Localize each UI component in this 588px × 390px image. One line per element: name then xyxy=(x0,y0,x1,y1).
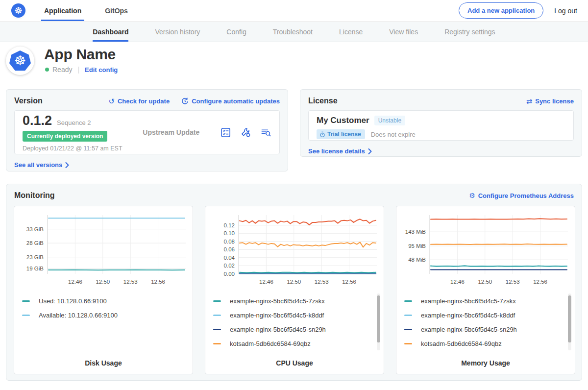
current-version-card: 0.1.2 Sequence 2 Currently deployed vers… xyxy=(14,110,280,154)
edit-config-link[interactable]: Edit config xyxy=(85,66,118,73)
config-wrench-icon[interactable] xyxy=(240,127,251,138)
subnav-config[interactable]: Config xyxy=(226,22,246,42)
legend-scrollbar[interactable] xyxy=(568,293,571,350)
license-expiry: Does not expire xyxy=(371,131,416,138)
sync-license-link[interactable]: ⇄ Sync license xyxy=(526,98,574,105)
app-logo: ☸ xyxy=(6,47,34,75)
version-source: Upstream Update xyxy=(122,128,220,136)
app-sub-nav: Dashboard Version history Config Trouble… xyxy=(0,22,588,42)
legend-label: example-nginx-5bc6f5d4c5-k8ddf xyxy=(421,312,515,319)
legend-dash-icon xyxy=(213,329,221,330)
chart-title: CPU Usage xyxy=(205,359,384,367)
configure-auto-updates-link[interactable]: Configure automatic updates xyxy=(181,98,280,105)
license-type-badge: Trial license xyxy=(317,129,365,139)
legend-label: example-nginx-5bc6f5d4c5-7zskx xyxy=(230,297,325,305)
legend-item: example-nginx-5bc6f5d4c5-7zskx xyxy=(213,297,371,305)
legend-dash-icon xyxy=(404,329,412,330)
disk-usage-legend: Used: 10.128.0.66:9100Available: 10.128.… xyxy=(22,297,180,326)
view-logs-icon[interactable] xyxy=(260,127,271,138)
svg-text:19 GiB: 19 GiB xyxy=(26,266,44,271)
subnav-version-history[interactable]: Version history xyxy=(155,22,200,42)
memory-usage-card: 143 MiB95 MiB48 MiB12:4612:5012:5312:56 … xyxy=(396,206,575,374)
logout-link[interactable]: Log out xyxy=(554,7,577,15)
subnav-dashboard[interactable]: Dashboard xyxy=(93,22,128,42)
tab-gitops[interactable]: GitOps xyxy=(102,0,131,21)
svg-text:28 GiB: 28 GiB xyxy=(26,240,44,246)
refresh-icon: ↺ xyxy=(108,98,115,105)
svg-text:0.10: 0.10 xyxy=(224,230,235,236)
chevron-right-icon xyxy=(65,162,69,168)
legend-dash-icon xyxy=(22,315,30,316)
legend-item: example-nginx-5bc6f5d4c5-k8ddf xyxy=(404,312,562,319)
legend-item: kotsadm-5db6dc6584-69qbz xyxy=(213,340,371,347)
cpu-usage-chart[interactable]: 0.120.100.080.060.040.020.0012:4612:5012… xyxy=(209,211,380,289)
memory-usage-chart[interactable]: 143 MiB95 MiB48 MiB12:4612:5012:5312:56 xyxy=(400,211,571,289)
gear-icon: ⚙ xyxy=(469,192,475,199)
svg-text:0.00: 0.00 xyxy=(224,271,235,277)
svg-text:12:46: 12:46 xyxy=(259,279,273,285)
monitoring-panel: Monitoring ⚙ Configure Prometheus Addres… xyxy=(6,184,582,381)
monitoring-title: Monitoring xyxy=(14,191,55,200)
subnav-view-files[interactable]: View files xyxy=(389,22,418,42)
legend-dash-icon xyxy=(213,343,221,344)
scrollbar-thumb[interactable] xyxy=(377,295,380,342)
cpu-usage-legend: example-nginx-5bc6f5d4c5-7zskxexample-ng… xyxy=(213,297,371,354)
svg-text:0.08: 0.08 xyxy=(224,239,235,244)
add-application-button[interactable]: Add a new application xyxy=(459,2,543,19)
legend-dash-icon xyxy=(404,315,412,316)
version-number: 0.1.2 xyxy=(23,113,52,128)
legend-item: example-nginx-5bc6f5d4c5-sn29h xyxy=(213,326,371,333)
subnav-registry-settings[interactable]: Registry settings xyxy=(444,22,495,42)
top-nav-bar: ☸ Application GitOps Add a new applicati… xyxy=(0,0,588,22)
deployed-badge: Currently deployed version xyxy=(23,131,107,142)
chart-title: Memory Usage xyxy=(396,359,575,367)
legend-item: Used: 10.128.0.66:9100 xyxy=(22,297,180,305)
svg-text:48 MiB: 48 MiB xyxy=(408,257,426,263)
svg-text:143 MiB: 143 MiB xyxy=(405,229,426,235)
svg-text:12:53: 12:53 xyxy=(506,279,520,285)
svg-text:12:53: 12:53 xyxy=(123,279,138,285)
legend-dash-icon xyxy=(213,300,221,302)
svg-text:12:50: 12:50 xyxy=(287,279,301,285)
memory-usage-legend: example-nginx-5bc6f5d4c5-7zskxexample-ng… xyxy=(404,297,562,354)
app-status-row: Ready | Edit config xyxy=(45,66,118,73)
subnav-troubleshoot[interactable]: Troubleshoot xyxy=(273,22,313,42)
disk-usage-chart[interactable]: 33 GiB28 GiB23 GiB19 GiB12:4612:5012:531… xyxy=(18,211,189,289)
svg-text:12:56: 12:56 xyxy=(342,279,356,285)
legend-label: kotsadm-5db6dc6584-69qbz xyxy=(230,340,311,347)
version-sequence: Sequence 2 xyxy=(57,119,91,126)
svg-text:95 MiB: 95 MiB xyxy=(408,243,426,249)
svg-text:0.02: 0.02 xyxy=(224,263,235,268)
scrollbar-thumb[interactable] xyxy=(568,295,571,342)
legend-item: example-nginx-5bc6f5d4c5-7zskx xyxy=(404,297,562,305)
divider: | xyxy=(77,66,79,73)
svg-text:12:46: 12:46 xyxy=(450,279,465,285)
license-title: License xyxy=(308,97,338,105)
svg-text:12:46: 12:46 xyxy=(68,279,82,285)
legend-dash-icon xyxy=(404,300,412,302)
cpu-usage-card: 0.120.100.080.060.040.020.0012:4612:5012… xyxy=(205,206,384,374)
see-all-versions-link[interactable]: See all versions xyxy=(14,161,69,169)
svg-text:12:56: 12:56 xyxy=(151,279,165,285)
status-dot-icon xyxy=(45,68,49,72)
kubernetes-heptagon-icon: ☸ xyxy=(9,50,31,71)
chart-title: Disk Usage xyxy=(14,359,193,367)
version-panel: Version ↺ Check for update Configure aut… xyxy=(6,89,288,171)
top-right-actions: Add a new application Log out xyxy=(459,2,577,19)
sync-icon: ⇄ xyxy=(526,98,533,105)
kots-dashboard: ☸ Application GitOps Add a new applicati… xyxy=(0,0,588,390)
legend-label: Available: 10.128.0.66:9100 xyxy=(39,312,118,319)
check-update-link[interactable]: ↺ Check for update xyxy=(108,98,170,105)
tab-application[interactable]: Application xyxy=(41,0,84,21)
see-license-details-link[interactable]: See license details xyxy=(308,147,372,155)
kubernetes-wheel-icon: ☸ xyxy=(14,6,23,15)
legend-label: example-nginx-5bc6f5d4c5-sn29h xyxy=(421,326,517,333)
svg-text:12:53: 12:53 xyxy=(315,279,329,285)
svg-text:0.12: 0.12 xyxy=(224,222,235,228)
chevron-right-icon xyxy=(368,148,372,154)
preflight-checks-icon[interactable] xyxy=(220,127,231,138)
app-header: ☸ App Name Ready | Edit config xyxy=(0,42,588,89)
legend-scrollbar[interactable] xyxy=(377,293,380,350)
subnav-license[interactable]: License xyxy=(339,22,363,42)
configure-prometheus-link[interactable]: ⚙ Configure Prometheus Address xyxy=(469,192,574,199)
